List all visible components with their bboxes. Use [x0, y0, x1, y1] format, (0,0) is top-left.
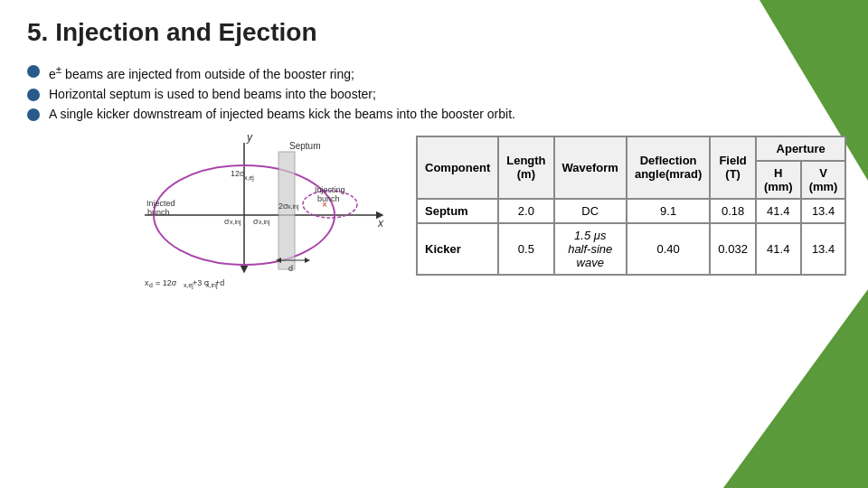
bullet-list: e± beams are injected from outside of th… — [27, 63, 841, 121]
col-header-hmm: H (mm) — [756, 161, 801, 199]
cell-length-1: 2.0 — [498, 199, 553, 223]
svg-text:bunch: bunch — [147, 208, 170, 217]
cell-field-1: 0.18 — [710, 199, 756, 223]
cell-vmm-2: 13.4 — [801, 223, 846, 275]
cell-deflection-1: 9.1 — [627, 199, 710, 223]
cell-vmm-1: 13.4 — [801, 199, 846, 223]
col-header-component: Component — [417, 136, 498, 199]
bullet-icon — [27, 108, 40, 121]
table-row: Septum 2.0 DC 9.1 0.18 41.4 13.4 — [417, 199, 845, 223]
page-title: 5. Injection and Ejection — [27, 18, 841, 47]
cell-hmm-1: 41.4 — [756, 199, 801, 223]
col-header-vmm: V (mm) — [801, 161, 846, 199]
svg-text:x: x — [377, 217, 384, 230]
diagram-svg: y x Septum Injecting bunch Injected bunc… — [90, 134, 398, 301]
bullet-text-3: A single kicker downstream of injected b… — [49, 107, 515, 121]
main-content: 5. Injection and Ejection e± beams are i… — [0, 0, 868, 310]
cell-component-2: Kicker — [417, 223, 498, 275]
list-item: e± beams are injected from outside of th… — [27, 63, 841, 81]
col-header-deflection: Deflection angle(mrad) — [627, 136, 710, 199]
svg-text:d: d — [149, 282, 153, 288]
injection-table: Component Length (m) Waveform Deflection… — [416, 136, 846, 276]
cell-hmm-2: 41.4 — [756, 223, 801, 275]
list-item: A single kicker downstream of injected b… — [27, 107, 841, 121]
cell-field-2: 0.032 — [710, 223, 756, 275]
svg-text:y: y — [246, 134, 253, 144]
cell-length-2: 0.5 — [498, 223, 553, 275]
cell-waveform-1: DC — [554, 199, 627, 223]
bullet-text-1: e± beams are injected from outside of th… — [49, 63, 354, 81]
svg-text:bunch: bunch — [317, 194, 340, 203]
cell-deflection-2: 0.40 — [627, 223, 710, 275]
col-header-field: Field (T) — [710, 136, 756, 199]
svg-text:d: d — [288, 264, 293, 273]
svg-text:= 12σ: = 12σ — [156, 278, 177, 287]
cell-waveform-2: 1.5 μs half-sine wave — [554, 223, 627, 275]
decorative-triangle-bottom — [723, 289, 868, 488]
table-row: Kicker 0.5 1.5 μs half-sine wave 0.40 0.… — [417, 223, 845, 275]
list-item: Horizontal septum is used to bend beams … — [27, 87, 841, 101]
injection-diagram: y x Septum Injecting bunch Injected bunc… — [90, 134, 398, 301]
svg-rect-5 — [278, 152, 295, 269]
svg-text:Septum: Septum — [289, 141, 320, 151]
cell-component-1: Septum — [417, 199, 498, 223]
svg-text:+d: +d — [215, 278, 224, 287]
col-header-waveform: Waveform — [554, 136, 627, 199]
svg-text:Injected: Injected — [146, 199, 175, 208]
col-header-aperture: Aperture — [756, 136, 846, 161]
bullet-icon — [27, 89, 40, 101]
col-header-length: Length (m) — [498, 136, 553, 199]
svg-text:Injecting: Injecting — [315, 185, 345, 194]
table-area: Component Length (m) Waveform Deflection… — [416, 136, 846, 276]
svg-text:12σ: 12σ — [231, 169, 245, 178]
svg-text:×: × — [322, 200, 327, 210]
svg-text:x,ej: x,ej — [244, 174, 254, 181]
svg-text:x,inj: x,inj — [230, 219, 241, 226]
svg-text:x,inj: x,inj — [259, 219, 270, 226]
bullet-text-2: Horizontal septum is used to bend beams … — [49, 87, 376, 101]
bullet-icon — [27, 65, 40, 78]
svg-text:x,inj: x,inj — [288, 203, 299, 211]
